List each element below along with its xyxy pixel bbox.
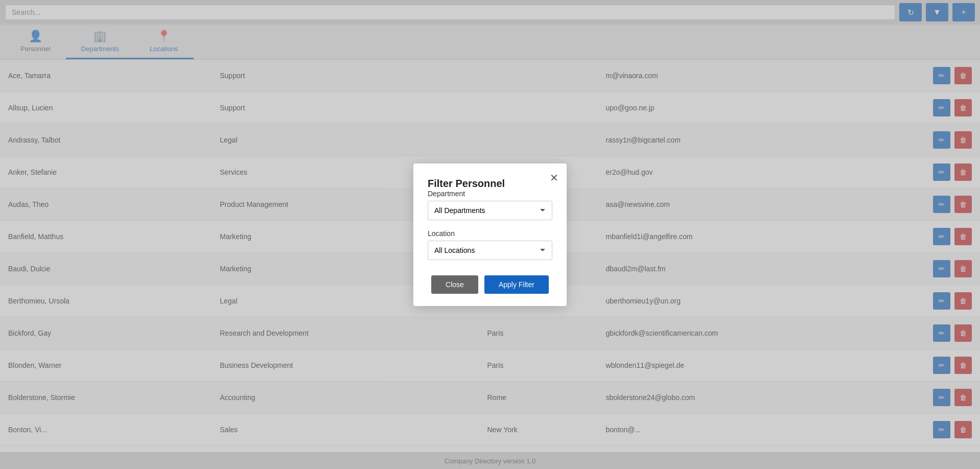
- department-select[interactable]: All DepartmentsAccountingBusiness Develo…: [428, 201, 552, 220]
- apply-filter-button[interactable]: Apply Filter: [484, 275, 549, 294]
- modal-actions: Close Apply Filter: [428, 275, 552, 294]
- modal-overlay: Filter Personnel ✕ Department All Depart…: [0, 0, 980, 469]
- modal-title: Filter Personnel: [428, 178, 505, 189]
- location-select[interactable]: All LocationsLondonNew YorkParisRome: [428, 241, 552, 260]
- location-label: Location: [428, 229, 552, 238]
- modal-close-x-button[interactable]: ✕: [550, 172, 558, 184]
- department-label: Department: [428, 190, 552, 198]
- close-button[interactable]: Close: [431, 275, 478, 294]
- filter-modal: Filter Personnel ✕ Department All Depart…: [413, 163, 567, 306]
